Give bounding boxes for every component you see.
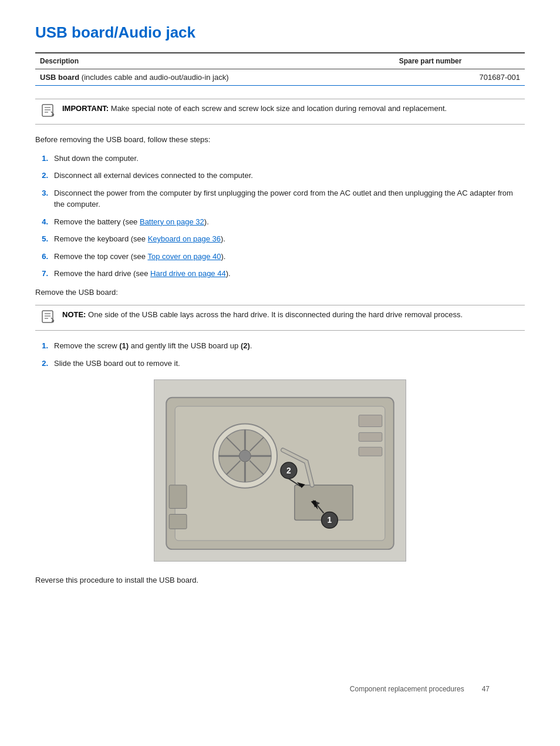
- table-cell-description: USB board (includes cable and audio-out/…: [35, 69, 394, 86]
- col-spare-header: Spare part number: [394, 53, 525, 69]
- svg-point-15: [239, 450, 251, 462]
- svg-rect-0: [42, 105, 53, 116]
- svg-rect-37: [169, 515, 187, 529]
- list-item: 4. Remove the battery (see Battery on pa…: [35, 216, 525, 228]
- svg-point-9: [52, 320, 54, 322]
- svg-rect-12: [175, 406, 385, 541]
- svg-rect-33: [359, 415, 382, 427]
- closing-text: Reverse this procedure to install the US…: [35, 574, 525, 586]
- part-description: (includes cable and audio-out/audio-in j…: [82, 73, 229, 82]
- list-item: 5. Remove the keyboard (see Keyboard on …: [35, 233, 525, 245]
- footer-text: Component replacement procedures: [350, 685, 464, 693]
- svg-rect-36: [169, 485, 187, 509]
- top-cover-link[interactable]: Top cover on page 40: [147, 252, 221, 261]
- list-item: 1. Shut down the computer.: [35, 153, 525, 164]
- note-icon: [41, 309, 58, 325]
- svg-rect-35: [359, 447, 382, 456]
- table-cell-spare: 701687-001: [394, 69, 525, 86]
- note-body: One side of the USB cable lays across th…: [86, 310, 463, 319]
- page-footer: Component replacement procedures 47: [350, 685, 490, 693]
- battery-link[interactable]: Battery on page 32: [140, 217, 204, 226]
- part-name: USB board: [40, 73, 79, 82]
- removal-steps-list: 1. Remove the screw (1) and gently lift …: [35, 340, 525, 369]
- svg-rect-5: [42, 311, 53, 322]
- list-item: 6. Remove the top cover (see Top cover o…: [35, 251, 525, 263]
- remove-usb-text: Remove the USB board:: [35, 287, 525, 298]
- laptop-diagram: 1 2: [154, 379, 406, 562]
- note-notice: NOTE: One side of the USB cable lays acr…: [35, 305, 525, 331]
- important-text: IMPORTANT: Make special note of each scr…: [62, 104, 447, 113]
- svg-point-4: [52, 114, 54, 116]
- page-number: 47: [482, 685, 490, 693]
- note-text: NOTE: One side of the USB cable lays acr…: [62, 310, 463, 319]
- svg-rect-34: [359, 432, 382, 441]
- list-item: 2. Slide the USB board out to remove it.: [35, 358, 525, 369]
- parts-table: Description Spare part number USB board …: [35, 52, 525, 86]
- hard-drive-link[interactable]: Hard drive on page 44: [150, 269, 226, 278]
- table-row: USB board (includes cable and audio-out/…: [35, 69, 525, 86]
- intro-text: Before removing the USB board, follow th…: [35, 134, 525, 146]
- list-item: 7. Remove the hard drive (see Hard drive…: [35, 268, 525, 280]
- diagram-container: 1 2: [35, 379, 525, 562]
- list-item: 1. Remove the screw (1) and gently lift …: [35, 340, 525, 352]
- list-item: 2. Disconnect all external devices conne…: [35, 170, 525, 182]
- page-title: USB board/Audio jack: [35, 23, 525, 42]
- col-description-header: Description: [35, 53, 394, 69]
- important-label: IMPORTANT:: [62, 104, 109, 113]
- svg-text:1: 1: [328, 515, 332, 525]
- keyboard-link[interactable]: Keyboard on page 36: [148, 234, 221, 243]
- svg-text:2: 2: [286, 466, 291, 475]
- important-body: Make special note of each screw and scre…: [109, 104, 447, 113]
- important-icon: [41, 103, 58, 119]
- list-item: 3. Disconnect the power from the compute…: [35, 187, 525, 210]
- prereq-steps-list: 1. Shut down the computer. 2. Disconnect…: [35, 153, 525, 280]
- note-label: NOTE:: [62, 310, 86, 319]
- important-notice: IMPORTANT: Make special note of each scr…: [35, 99, 525, 125]
